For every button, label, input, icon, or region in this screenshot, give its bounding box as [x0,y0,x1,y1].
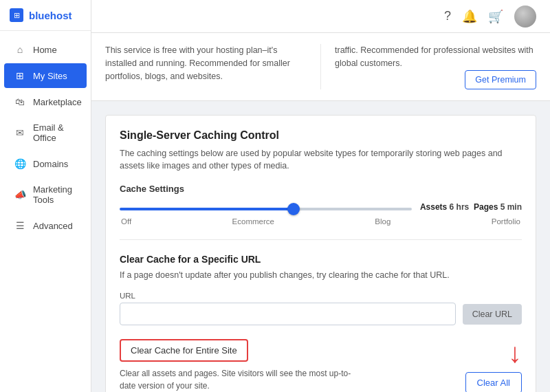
sidebar-item-home[interactable]: ⌂ Home [4,37,87,62]
assets-label: Assets [420,202,447,212]
pages-label: Pages [474,202,498,212]
slider-row: Assets 6 hrs Pages 5 min [120,201,522,213]
caching-section: Single-Server Caching Control The cachin… [105,115,536,393]
sidebar-item-advanced[interactable]: ☰ Advanced [4,213,87,238]
sidebar-item-label: Home [33,45,57,55]
main-area: ? 🔔 🛒 This service is free with your hos… [91,0,550,392]
url-input-group: URL [120,292,456,325]
sidebar-item-marketing-tools[interactable]: 📣 Marketing Tools [4,177,87,212]
sidebar-item-email-office[interactable]: ✉ Email & Office [4,116,87,150]
clear-all-button[interactable]: Clear All [465,372,522,392]
domains-icon: 🌐 [14,158,26,169]
label-ecommerce: Ecommerce [232,217,274,226]
marketplace-icon: 🛍 [14,96,26,107]
sidebar-item-my-sites[interactable]: ⊞ My Sites [4,63,87,88]
sidebar-item-domains[interactable]: 🌐 Domains [4,151,87,176]
email-icon: ✉ [14,127,26,138]
logo-icon [10,8,23,22]
slider-container [120,201,412,213]
clear-site-desc: Clear all assets and pages. Site visitor… [120,367,353,392]
sidebar: bluehost ⌂ Home ⊞ My Sites 🛍 Marketplace… [0,0,91,392]
left-card-text: This service is free with your hosting p… [105,44,320,89]
right-card-text: traffic. Recommended for professional we… [335,44,536,70]
bell-icon[interactable]: 🔔 [462,9,477,24]
label-blog: Blog [375,217,390,226]
clear-site-left: Clear Cache for Entire Site Clear all as… [120,339,353,392]
help-icon[interactable]: ? [444,9,451,23]
top-cards-row: This service is free with your hosting p… [91,33,550,101]
clear-url-title: Clear Cache for a Specific URL [120,254,522,265]
top-header: ? 🔔 🛒 [91,0,550,33]
slider-info: Assets 6 hrs Pages 5 min [420,202,522,212]
home-icon: ⌂ [14,44,26,55]
get-premium-button[interactable]: Get Premium [465,70,536,89]
clear-url-button[interactable]: Clear URL [463,304,522,325]
url-input-row: URL Clear URL [120,292,522,325]
url-field-label: URL [120,292,456,300]
slider-labels: Off Ecommerce Blog Portfolio [120,217,522,226]
caching-description: The caching settings below are used by p… [120,147,522,173]
cart-icon[interactable]: 🛒 [488,9,503,24]
logo-text: bluehost [29,10,72,21]
clear-site-button[interactable]: Clear Cache for Entire Site [120,339,248,362]
section-divider [120,239,522,240]
url-input[interactable] [120,303,456,325]
content-area: This service is free with your hosting p… [91,33,550,392]
cache-slider[interactable] [120,208,412,210]
sidebar-item-label: Marketing Tools [33,184,77,205]
clear-site-section: Clear Cache for Entire Site Clear all as… [120,339,522,392]
marketing-icon: 📣 [14,189,26,200]
sidebar-item-label: Email & Office [33,122,77,143]
sidebar-item-label: Advanced [33,221,73,231]
clear-url-desc: If a page doesn't update after you publi… [120,269,522,282]
clear-all-right: ↓ Clear All [465,339,522,392]
red-arrow-icon: ↓ [508,339,522,367]
sidebar-item-label: Marketplace [33,97,82,107]
advanced-icon: ☰ [14,220,26,231]
label-off: Off [121,217,131,226]
sidebar-item-label: Domains [33,159,68,169]
sidebar-nav: ⌂ Home ⊞ My Sites 🛍 Marketplace ✉ Email … [0,31,91,392]
label-portfolio: Portfolio [492,217,520,226]
right-card: traffic. Recommended for professional we… [320,44,536,89]
sites-icon: ⊞ [14,70,26,81]
sidebar-item-label: My Sites [33,71,67,81]
caching-title: Single-Server Caching Control [120,129,522,142]
cache-settings-label: Cache Settings [120,184,522,194]
avatar[interactable] [514,6,536,28]
sidebar-logo: bluehost [0,0,91,31]
sidebar-item-marketplace[interactable]: 🛍 Marketplace [4,89,87,114]
main-content: Single-Server Caching Control The cachin… [91,101,550,393]
